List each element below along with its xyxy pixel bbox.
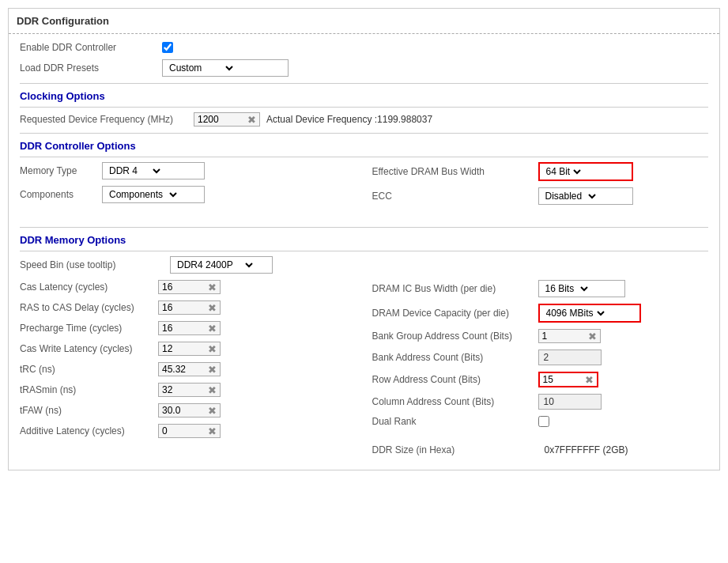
divider-1 [20, 83, 708, 84]
freq-input[interactable] [198, 114, 245, 125]
bus-width-label: Effective DRAM Bus Width [372, 166, 538, 177]
clocking-section-title: Clocking Options [20, 90, 708, 102]
controller-left-col: Memory Type DDR 4 DDR 3 LPDDR4 Component… [20, 162, 356, 211]
dram-capacity-select[interactable]: 4096 MBits 2048 MBits 8192 MBits [543, 307, 607, 319]
dram-ic-select[interactable]: 16 Bits 8 Bits 4 Bits [542, 282, 590, 295]
ecc-select-wrapper[interactable]: Disabled Enabled [538, 187, 633, 205]
dram-ic-label: DRAM IC Bus Width (per die) [372, 283, 538, 294]
cas-latency-input-wrapper: ✖ [158, 280, 221, 294]
components-select[interactable]: Components SO-DIMM DIMM [106, 188, 179, 201]
row-address-row: Row Address Count (Bits) ✖ [372, 372, 709, 387]
trc-input[interactable] [162, 364, 206, 375]
memory-right-col: DRAM IC Bus Width (per die) 16 Bits 8 Bi… [372, 280, 709, 462]
trc-row: tRC (ns) ✖ [20, 362, 356, 376]
ddr-size-value: 0x7FFFFFFF (2GB) [545, 444, 628, 455]
dram-ic-select-wrapper[interactable]: 16 Bits 8 Bits 4 Bits [538, 280, 625, 297]
additive-row: Additive Latency (cycles) ✖ [20, 424, 356, 438]
trc-clear-icon[interactable]: ✖ [208, 365, 217, 375]
ddr-size-label: DDR Size (in Hexa) [372, 444, 538, 455]
trc-label: tRC (ns) [20, 364, 158, 375]
ras-cas-row: RAS to CAS Delay (cycles) ✖ [20, 300, 356, 315]
freq-label: Requested Device Frequency (MHz) [20, 114, 194, 125]
ecc-select[interactable]: Disabled Enabled [542, 190, 598, 202]
column-address-label: Column Address Count (Bits) [372, 396, 538, 407]
additive-input-wrapper: ✖ [158, 424, 221, 438]
bank-group-row: Bank Group Address Count (Bits) ✖ [372, 329, 709, 343]
ddr-configuration-panel: DDR Configuration Enable DDR Controller … [8, 8, 720, 470]
enable-ddr-label: Enable DDR Controller [20, 42, 162, 53]
ras-cas-input-wrapper: ✖ [158, 300, 221, 315]
dram-capacity-row: DRAM Device Capacity (per die) 4096 MBit… [372, 304, 709, 323]
bank-group-input-wrapper: ✖ [538, 329, 601, 343]
speed-bin-label: Speed Bin (use tooltip) [20, 259, 170, 270]
cas-latency-label: Cas Latency (cycles) [20, 282, 158, 293]
row-address-label: Row Address Count (Bits) [372, 374, 538, 385]
load-presets-label: Load DDR Presets [20, 62, 162, 74]
ecc-row: ECC Disabled Enabled [372, 187, 709, 205]
freq-clear-icon[interactable]: ✖ [247, 115, 256, 125]
precharge-row: Precharge Time (cycles) ✖ [20, 321, 356, 335]
row-address-clear-icon[interactable]: ✖ [585, 375, 594, 385]
bus-width-select[interactable]: 64 Bit 32 Bit 16 Bit [543, 165, 583, 178]
controller-right-col: Effective DRAM Bus Width 64 Bit 32 Bit 1… [372, 162, 709, 211]
precharge-input[interactable] [162, 323, 206, 334]
memory-type-select-wrapper[interactable]: DDR 4 DDR 3 LPDDR4 [102, 162, 205, 179]
cas-write-row: Cas Write Latency (cycles) ✖ [20, 342, 356, 356]
load-presets-select-wrapper[interactable]: Custom DDR4-2400 DDR4-3200 [162, 59, 289, 77]
bank-group-input[interactable] [542, 331, 586, 342]
controller-section-title: DDR Controller Options [20, 140, 708, 152]
components-row: Components Components SO-DIMM DIMM [20, 186, 356, 203]
components-label: Components [20, 189, 99, 200]
freq-row: Requested Device Frequency (MHz) ✖ Actua… [20, 112, 708, 127]
load-presets-row: Load DDR Presets Custom DDR4-2400 DDR4-3… [20, 59, 708, 77]
dram-capacity-label: DRAM Device Capacity (per die) [372, 308, 538, 319]
tfaw-row: tFAW (ns) ✖ [20, 403, 356, 418]
memory-type-select[interactable]: DDR 4 DDR 3 LPDDR4 [106, 164, 163, 177]
bank-address-label: Bank Address Count (Bits) [372, 352, 538, 363]
ras-cas-label: RAS to CAS Delay (cycles) [20, 302, 158, 313]
speed-bin-select[interactable]: DDR4 2400P DDR4 2400R DDR4 3200AA [174, 259, 255, 271]
cas-write-clear-icon[interactable]: ✖ [208, 344, 217, 354]
cas-latency-clear-icon[interactable]: ✖ [208, 282, 217, 293]
precharge-label: Precharge Time (cycles) [20, 323, 158, 334]
load-presets-select[interactable]: Custom DDR4-2400 DDR4-3200 [166, 62, 236, 74]
bus-width-select-wrapper[interactable]: 64 Bit 32 Bit 16 Bit [538, 162, 633, 181]
dram-capacity-select-wrapper[interactable]: 4096 MBits 2048 MBits 8192 MBits [538, 304, 641, 323]
controller-options-row: Memory Type DDR 4 DDR 3 LPDDR4 Component… [20, 162, 708, 211]
cas-latency-input[interactable] [162, 282, 206, 293]
ras-cas-input[interactable] [162, 302, 206, 313]
divider-4 [20, 157, 708, 157]
tras-input-wrapper: ✖ [158, 383, 221, 397]
memory-type-label: Memory Type [20, 165, 99, 176]
tras-clear-icon[interactable]: ✖ [208, 385, 217, 395]
bank-group-clear-icon[interactable]: ✖ [588, 331, 597, 342]
cas-write-label: Cas Write Latency (cycles) [20, 343, 158, 354]
bus-width-row: Effective DRAM Bus Width 64 Bit 32 Bit 1… [372, 162, 709, 181]
freq-input-wrapper: ✖ [194, 112, 260, 127]
row-address-input[interactable] [543, 374, 583, 385]
dram-ic-row: DRAM IC Bus Width (per die) 16 Bits 8 Bi… [372, 280, 709, 297]
additive-input[interactable] [162, 425, 206, 436]
panel-title: DDR Configuration [9, 9, 719, 34]
bank-group-label: Bank Group Address Count (Bits) [372, 331, 538, 342]
divider-5 [20, 227, 708, 228]
tras-input[interactable] [162, 384, 206, 395]
memory-section-title: DDR Memory Options [20, 234, 708, 246]
tfaw-input-wrapper: ✖ [158, 403, 221, 418]
cas-write-input[interactable] [162, 343, 206, 354]
cas-write-input-wrapper: ✖ [158, 342, 221, 356]
tfaw-clear-icon[interactable]: ✖ [208, 406, 217, 416]
bank-address-row: Bank Address Count (Bits) 2 [372, 350, 709, 365]
dual-rank-label: Dual Rank [372, 416, 538, 427]
tfaw-input[interactable] [162, 405, 206, 416]
enable-ddr-checkbox[interactable] [162, 42, 173, 53]
bank-address-value: 2 [538, 350, 602, 365]
memory-type-row: Memory Type DDR 4 DDR 3 LPDDR4 [20, 162, 356, 179]
components-select-wrapper[interactable]: Components SO-DIMM DIMM [102, 186, 205, 203]
dual-rank-checkbox[interactable] [538, 416, 549, 427]
cas-latency-row: Cas Latency (cycles) ✖ [20, 280, 356, 294]
ras-cas-clear-icon[interactable]: ✖ [208, 303, 217, 313]
precharge-clear-icon[interactable]: ✖ [208, 323, 217, 334]
speed-bin-select-wrapper[interactable]: DDR4 2400P DDR4 2400R DDR4 3200AA [170, 256, 273, 274]
additive-clear-icon[interactable]: ✖ [208, 426, 217, 436]
